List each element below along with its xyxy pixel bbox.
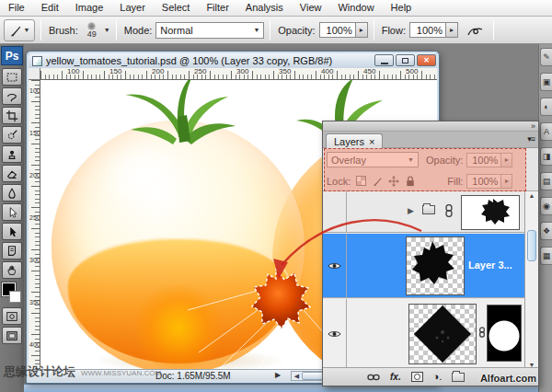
adjustment-layer-icon[interactable]: ◑.: [433, 372, 443, 382]
menu-item-layer[interactable]: Layer: [111, 0, 154, 16]
blend-mode-value: Normal: [160, 25, 192, 36]
clone-stamp-tool[interactable]: [2, 145, 22, 163]
quick-selection-tool[interactable]: [2, 126, 22, 144]
background-color-swatch[interactable]: [9, 291, 21, 303]
close-button[interactable]: ✕: [417, 54, 436, 66]
layer-mask-thumbnail[interactable]: [487, 305, 522, 362]
menu-item-window[interactable]: Window: [329, 0, 382, 16]
menu-item-image[interactable]: Image: [67, 0, 112, 16]
layers-scrollbar[interactable]: ▲ ▼: [524, 191, 538, 369]
lock-position-icon[interactable]: [388, 176, 399, 187]
layer-row-masked[interactable]: [323, 299, 525, 369]
layer-thumbnail[interactable]: [408, 304, 477, 364]
photoshop-window: FileEditImageLayerSelectFilterAnalysisVi…: [0, 0, 552, 392]
divider: [116, 20, 117, 40]
layer-opacity-input[interactable]: 100%: [466, 153, 501, 167]
layers-tab-label: Layers: [334, 136, 364, 147]
layer-fill-slider-button[interactable]: ▸: [501, 174, 512, 189]
layers-controls: Overlay ▼ Opacity: 100% ▸ Lock: Fill: 10…: [323, 148, 538, 191]
flow-input[interactable]: 100%: [409, 22, 446, 38]
minimize-button[interactable]: [374, 54, 394, 66]
opacity-slider-button[interactable]: ▸: [356, 22, 368, 38]
dock-panel-icon[interactable]: ❖: [540, 222, 552, 240]
menu-item-analysis[interactable]: Analysis: [237, 0, 292, 16]
panel-drag-bar[interactable]: »: [323, 121, 538, 132]
mask-link-icon[interactable]: [478, 327, 486, 338]
chevron-down-icon: ▼: [408, 156, 414, 163]
eye-icon[interactable]: [328, 261, 341, 271]
tab-close-icon[interactable]: ×: [369, 136, 374, 147]
dock-panel-icon[interactable]: ▤: [540, 172, 552, 190]
lock-transparency-icon[interactable]: [356, 176, 366, 186]
collapse-to-icons-button[interactable]: »: [531, 121, 535, 132]
brush-tool-preset-button[interactable]: ▼: [4, 19, 35, 41]
scroll-left-icon[interactable]: ◀: [292, 372, 302, 380]
dock-panel-icon[interactable]: ▣: [540, 73, 552, 91]
dock-panel-icon[interactable]: ◉: [540, 197, 552, 215]
eraser-tool[interactable]: [2, 165, 22, 182]
menu-item-view[interactable]: View: [292, 0, 330, 16]
ruler-h-label: 350: [279, 68, 291, 75]
link-layers-icon[interactable]: [367, 374, 380, 381]
layer-thumbnail[interactable]: [406, 236, 465, 295]
status-popup-arrow[interactable]: ▶: [275, 371, 281, 379]
visibility-toggle[interactable]: [323, 191, 347, 232]
layer-blend-mode-select[interactable]: Overlay ▼: [327, 152, 419, 167]
group-folder-icon: [422, 205, 435, 214]
fill-label: Fill:: [447, 176, 463, 187]
menu-item-select[interactable]: Select: [154, 0, 199, 16]
group-thumbnail[interactable]: [461, 195, 520, 230]
brush-size-preview[interactable]: 49: [82, 22, 102, 39]
opacity-input[interactable]: 100%: [319, 22, 356, 38]
add-mask-icon[interactable]: [411, 372, 423, 382]
close-icon: ✕: [423, 57, 430, 64]
maximize-button[interactable]: [396, 54, 415, 66]
scroll-up-icon[interactable]: ▲: [525, 192, 538, 199]
menu-item-edit[interactable]: Edit: [33, 0, 67, 16]
screen-mode-button[interactable]: [2, 327, 22, 344]
menu-item-file[interactable]: File: [0, 0, 33, 16]
notes-tool[interactable]: [2, 242, 22, 259]
layer-opacity-slider-button[interactable]: ▸: [501, 153, 512, 167]
rectangular-marquee-tool[interactable]: [2, 68, 22, 86]
direct-selection-tool[interactable]: [2, 203, 22, 221]
blend-mode-select[interactable]: Normal ▼: [155, 22, 264, 39]
panel-menu-icon[interactable]: ▾≡: [527, 134, 535, 144]
group-expand-icon[interactable]: ▶: [408, 206, 414, 215]
layer-style-icon[interactable]: fx.: [390, 372, 401, 382]
path-selection-tool[interactable]: [2, 223, 22, 240]
ruler-v-label: 250: [29, 214, 40, 221]
scrollbar-thumb[interactable]: [527, 230, 536, 261]
crop-tool[interactable]: [2, 107, 22, 124]
hand-tool[interactable]: [2, 261, 22, 279]
dock-panel-icon[interactable]: ✎: [540, 48, 552, 66]
new-group-icon[interactable]: [452, 373, 465, 382]
layer-row-selected[interactable]: Layer 3...: [323, 234, 525, 298]
dock-panel-icon[interactable]: ▦: [540, 247, 552, 265]
lock-all-icon[interactable]: [405, 175, 416, 187]
blur-tool[interactable]: [2, 184, 22, 202]
dock-panel-icon[interactable]: ◨: [540, 147, 552, 166]
ruler-h-label: 100: [67, 68, 79, 75]
airbrush-toggle-button[interactable]: [464, 20, 488, 40]
airbrush-icon: [467, 24, 484, 37]
layer-row-group[interactable]: ▶: [323, 191, 525, 233]
lock-pixels-icon[interactable]: [372, 176, 383, 187]
quick-mask-button[interactable]: [2, 307, 22, 325]
menu-item-filter[interactable]: Filter: [198, 0, 236, 16]
selection-blob: [252, 270, 310, 329]
chevron-down-icon[interactable]: ▼: [104, 27, 110, 33]
lock-label: Lock:: [327, 176, 351, 187]
dock-panel-icon[interactable]: ◐: [540, 98, 552, 116]
layer-fill-value: 100%: [472, 176, 498, 187]
menu-item-help[interactable]: Help: [383, 0, 420, 16]
dock-panel-icon[interactable]: A: [540, 122, 552, 141]
layer-fill-input[interactable]: 100%: [466, 174, 501, 189]
document-title: yellow_tomatoes_tutorial.psd @ 100% (Lay…: [46, 55, 332, 66]
flow-slider-button[interactable]: ▸: [446, 22, 458, 38]
document-icon: [32, 56, 42, 66]
tab-layers[interactable]: Layers ×: [326, 133, 383, 148]
layer-name: Layer 3...: [468, 259, 512, 271]
lasso-tool[interactable]: [2, 87, 22, 105]
eye-icon[interactable]: [328, 329, 341, 339]
